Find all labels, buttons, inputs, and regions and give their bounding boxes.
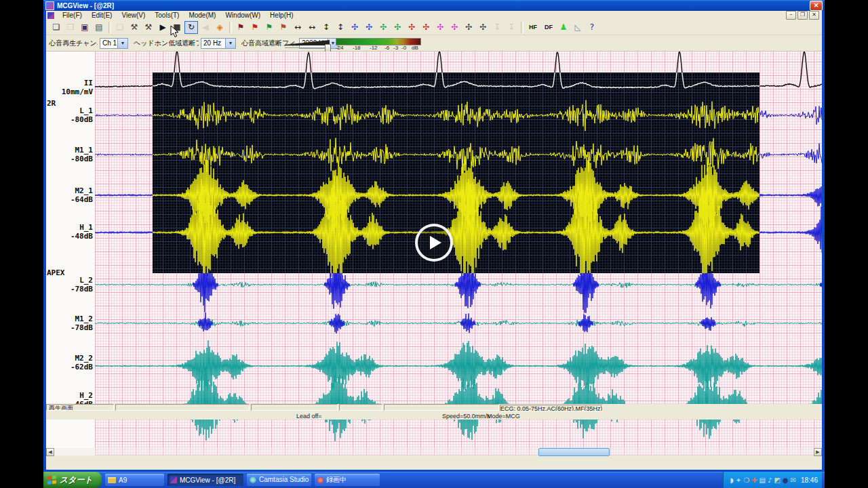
waveform-canvas[interactable] bbox=[95, 52, 822, 455]
marker-green-2-button[interactable]: ✣ bbox=[391, 21, 404, 34]
menu-bar: File(F)Edit(E)View(V)Tools(T)Mode(M)Wind… bbox=[46, 11, 822, 20]
status-ecg-filter: ECG: 0.05-75Hz,AC(60Hz),MF(35Hz) bbox=[500, 405, 603, 411]
expand-horizontal-button[interactable]: ↔ bbox=[291, 21, 304, 34]
marker-red-1-button[interactable]: ✣ bbox=[405, 21, 418, 34]
task-item-camtasia[interactable]: Camtasia Studio - 名... bbox=[247, 474, 311, 486]
title-bar[interactable]: MCGView - [@2R] ✕ bbox=[43, 0, 825, 11]
df-filter-button[interactable]: DF bbox=[541, 21, 556, 34]
hf-filter-button[interactable]: HF bbox=[526, 21, 540, 34]
marker-magenta-2-button[interactable]: ✣ bbox=[448, 21, 461, 34]
task-item-folder[interactable]: A9 bbox=[105, 474, 164, 486]
mdi-minimize-button[interactable]: – bbox=[786, 11, 796, 20]
tray-usb-icon[interactable]: ✉ bbox=[791, 476, 796, 484]
lowcut-select[interactable]: 20 Hz ▼ bbox=[201, 38, 236, 49]
marker-blue-1-button[interactable]: ✣ bbox=[348, 21, 361, 34]
channel-sub-l2: -78dB bbox=[46, 285, 93, 293]
channel-label-h2: H_2 bbox=[46, 392, 93, 400]
tray-network-icon[interactable]: ✦ bbox=[736, 476, 741, 484]
mdi-close-button[interactable]: ✕ bbox=[809, 11, 819, 20]
flag-red-button[interactable]: ⚑ bbox=[248, 21, 262, 34]
tray-messenger-icon[interactable]: ❍ bbox=[743, 476, 749, 484]
menu-file[interactable]: File(F) bbox=[58, 11, 87, 20]
expand-vertical-button[interactable]: ↕ bbox=[319, 21, 333, 34]
windows-flag-icon bbox=[47, 475, 57, 484]
channel-label-m1-2: M1_2 bbox=[46, 315, 93, 323]
meter-tick-label: dB bbox=[412, 45, 418, 51]
channel-label-h1: H_1 bbox=[46, 224, 93, 232]
status-cell bbox=[115, 404, 250, 411]
menu-tools[interactable]: Tools(T) bbox=[150, 11, 184, 20]
flag-brown-button[interactable]: ⚑ bbox=[277, 21, 290, 34]
channel-sub-m1-1: -80dB bbox=[46, 155, 93, 163]
marker-black-2-button[interactable]: ✣ bbox=[476, 21, 490, 34]
tray-updates-icon[interactable]: ◗ bbox=[730, 476, 734, 484]
headphone-lowcut-label: ヘッドホン低域遮断フィルタ: bbox=[134, 39, 199, 48]
tray-antivirus-icon[interactable]: ✚ bbox=[751, 476, 757, 484]
menu-edit[interactable]: Edit(E) bbox=[87, 11, 117, 20]
menu-mode[interactable]: Mode(M) bbox=[184, 11, 220, 20]
marker-red-2-button[interactable]: ✣ bbox=[419, 21, 433, 34]
channel-select[interactable]: Ch 1 ▼ bbox=[100, 38, 128, 49]
scroll-left-button[interactable]: ◀ bbox=[46, 448, 54, 456]
tray-audio-icon[interactable]: ♪ bbox=[768, 476, 772, 484]
marker-blue-2-button[interactable]: ✣ bbox=[362, 21, 376, 34]
task-item-mcg[interactable]: MCGView - [@2R] bbox=[167, 474, 243, 486]
camtasia-icon bbox=[250, 476, 256, 483]
replay-button[interactable]: ↻ bbox=[184, 21, 198, 34]
help-button[interactable]: ? bbox=[585, 21, 599, 34]
tray-document-icon[interactable]: ▤ bbox=[760, 476, 766, 484]
compress-horizontal-button[interactable]: ↔ bbox=[305, 21, 319, 34]
horizontal-scrollbar[interactable]: ◀ ▶ bbox=[46, 448, 822, 456]
scrollbar-thumb[interactable] bbox=[538, 448, 610, 456]
save-button[interactable]: ▣ bbox=[78, 21, 92, 34]
document-icon bbox=[47, 12, 54, 19]
meter-tick-label: -0 bbox=[401, 45, 406, 51]
status-cell bbox=[251, 404, 338, 411]
recording-icon bbox=[317, 477, 323, 483]
meter-tick-label: -12 bbox=[370, 45, 378, 51]
menu-view[interactable]: View(V) bbox=[117, 11, 150, 20]
stop-button[interactable]: ■ bbox=[170, 21, 184, 34]
folder-icon bbox=[108, 477, 116, 483]
event-runner-button[interactable]: ⚑ bbox=[234, 21, 248, 34]
tray-camtasia-icon[interactable]: ● bbox=[783, 476, 789, 484]
channel-sub-ecg-ii: 10mm/mV bbox=[46, 88, 93, 96]
menu-help[interactable]: Help(H) bbox=[265, 11, 298, 20]
channel-label-ecg-ii: II bbox=[46, 79, 93, 87]
open-file-button: ❒ bbox=[64, 21, 77, 34]
level-meter-scale: -24-18-12-6-3-0dB bbox=[336, 45, 437, 51]
window-title: MCGView - [@2R] bbox=[57, 2, 114, 9]
main-toolbar: ❏❒▣▤❑⚒⚒▶■↻◀◈⚑⚑⚑⚑↔↔↕↕✣✣✣✣✣✣✣✣✣✣↧↧HFDF♟◺? bbox=[46, 20, 822, 35]
task-item-recording[interactable]: 録画中 bbox=[315, 474, 380, 486]
status-bar-row1: 再生画面 ECG: 0.05-75Hz,AC(60Hz),MF(35Hz) bbox=[46, 404, 822, 412]
menu-window[interactable]: Window(W) bbox=[220, 11, 265, 20]
measure-button[interactable]: ◺ bbox=[571, 21, 585, 34]
subject-button[interactable]: ♟ bbox=[557, 21, 570, 34]
marker-black-1-button[interactable]: ✣ bbox=[462, 21, 475, 34]
stamp-down-button[interactable]: ⚒ bbox=[142, 21, 155, 34]
heart-sound-channel-label: 心音再生チャンネル: bbox=[49, 39, 98, 48]
site-label-2r: 2R bbox=[47, 99, 56, 108]
windows-taskbar: スタート A9MCGView - [@2R]Camtasia Studio - … bbox=[43, 472, 825, 488]
video-play-button[interactable] bbox=[415, 224, 453, 262]
jump-marker-button[interactable]: ◈ bbox=[213, 21, 226, 34]
stamp-up-button[interactable]: ⚒ bbox=[127, 21, 141, 34]
play-button[interactable]: ▶ bbox=[156, 21, 170, 34]
start-button[interactable]: スタート bbox=[43, 472, 102, 488]
print-button[interactable]: ▤ bbox=[92, 21, 106, 34]
compress-vertical-button[interactable]: ↕ bbox=[334, 21, 347, 34]
tray-display-icon[interactable]: ◩ bbox=[774, 476, 780, 484]
mdi-restore-button[interactable]: ❐ bbox=[797, 11, 808, 20]
channel-sub-l1: -80dB bbox=[46, 116, 93, 124]
pin-2-button: ↧ bbox=[505, 21, 518, 34]
volume-slider-track[interactable] bbox=[285, 47, 330, 48]
close-button[interactable]: ✕ bbox=[810, 1, 823, 11]
new-file-button[interactable]: ❏ bbox=[50, 21, 63, 34]
status-cell bbox=[384, 404, 499, 411]
channel-sub-h1: -48dB bbox=[46, 232, 93, 241]
marker-green-1-button[interactable]: ✣ bbox=[376, 21, 390, 34]
marker-magenta-1-button[interactable]: ✣ bbox=[433, 21, 447, 34]
scroll-right-button[interactable]: ▶ bbox=[814, 448, 822, 456]
flag-green-button[interactable]: ⚑ bbox=[262, 21, 276, 34]
channel-label-m2-1: M2_1 bbox=[46, 187, 93, 195]
